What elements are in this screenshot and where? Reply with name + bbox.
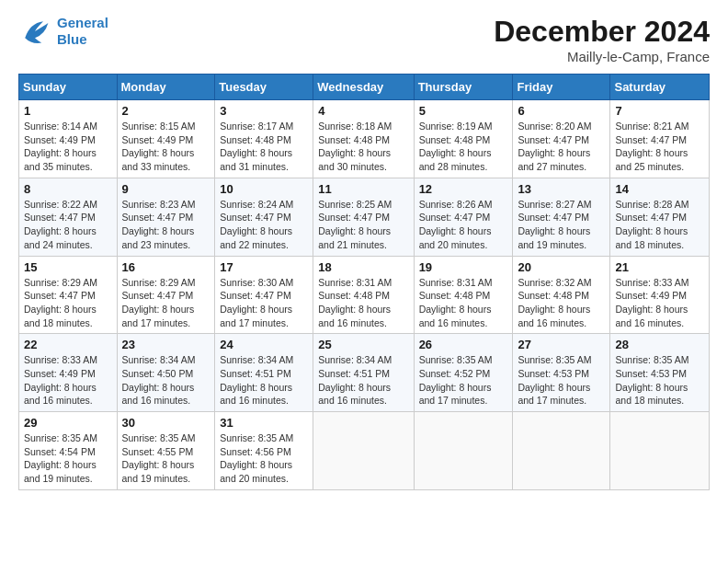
day-cell: 3Sunrise: 8:17 AMSunset: 4:48 PMDaylight… — [215, 100, 313, 178]
title-block: December 2024 Mailly-le-Camp, France — [494, 15, 710, 64]
day-number: 10 — [220, 182, 308, 196]
day-number: 27 — [518, 338, 605, 351]
day-info: Sunrise: 8:19 AMSunset: 4:48 PMDaylight:… — [419, 120, 508, 174]
day-info: Sunrise: 8:14 AMSunset: 4:49 PMDaylight:… — [24, 120, 112, 174]
day-cell: 16Sunrise: 8:29 AMSunset: 4:47 PMDayligh… — [117, 256, 215, 334]
main-title: December 2024 — [494, 15, 710, 49]
day-info: Sunrise: 8:35 AMSunset: 4:52 PMDaylight:… — [419, 353, 508, 408]
day-info: Sunrise: 8:33 AMSunset: 4:49 PMDaylight:… — [24, 353, 112, 408]
day-number: 1 — [24, 104, 112, 118]
day-number: 22 — [24, 338, 112, 351]
day-info: Sunrise: 8:28 AMSunset: 4:47 PMDaylight:… — [615, 198, 704, 252]
day-info: Sunrise: 8:27 AMSunset: 4:47 PMDaylight:… — [518, 198, 605, 252]
day-cell: 31Sunrise: 8:35 AMSunset: 4:56 PMDayligh… — [215, 412, 313, 490]
day-info: Sunrise: 8:35 AMSunset: 4:54 PMDaylight:… — [24, 431, 112, 486]
calendar-col-tuesday: Tuesday — [215, 75, 313, 100]
calendar-week-row: 29Sunrise: 8:35 AMSunset: 4:54 PMDayligh… — [19, 412, 710, 490]
day-info: Sunrise: 8:22 AMSunset: 4:47 PMDaylight:… — [24, 198, 112, 252]
day-number: 4 — [318, 104, 408, 118]
day-info: Sunrise: 8:26 AMSunset: 4:47 PMDaylight:… — [419, 198, 508, 252]
day-cell: 24Sunrise: 8:34 AMSunset: 4:51 PMDayligh… — [215, 334, 313, 412]
day-info: Sunrise: 8:33 AMSunset: 4:49 PMDaylight:… — [615, 276, 704, 330]
day-cell: 29Sunrise: 8:35 AMSunset: 4:54 PMDayligh… — [19, 412, 118, 490]
day-cell: 18Sunrise: 8:31 AMSunset: 4:48 PMDayligh… — [313, 256, 414, 334]
calendar-week-row: 15Sunrise: 8:29 AMSunset: 4:47 PMDayligh… — [19, 256, 710, 334]
day-cell: 4Sunrise: 8:18 AMSunset: 4:48 PMDaylight… — [313, 100, 414, 178]
day-cell: 17Sunrise: 8:30 AMSunset: 4:47 PMDayligh… — [215, 256, 313, 334]
day-info: Sunrise: 8:18 AMSunset: 4:48 PMDaylight:… — [318, 120, 408, 174]
day-number: 3 — [220, 104, 308, 118]
day-info: Sunrise: 8:35 AMSunset: 4:53 PMDaylight:… — [518, 353, 605, 408]
empty-day-cell — [513, 412, 610, 490]
day-number: 18 — [318, 260, 408, 274]
calendar-week-row: 8Sunrise: 8:22 AMSunset: 4:47 PMDaylight… — [19, 178, 710, 256]
day-number: 5 — [419, 104, 508, 118]
day-cell: 20Sunrise: 8:32 AMSunset: 4:48 PMDayligh… — [513, 256, 610, 334]
day-cell: 30Sunrise: 8:35 AMSunset: 4:55 PMDayligh… — [117, 412, 215, 490]
day-cell: 1Sunrise: 8:14 AMSunset: 4:49 PMDaylight… — [19, 100, 118, 178]
day-cell: 25Sunrise: 8:34 AMSunset: 4:51 PMDayligh… — [313, 334, 414, 412]
day-info: Sunrise: 8:34 AMSunset: 4:50 PMDaylight:… — [122, 353, 210, 408]
day-number: 11 — [318, 182, 408, 196]
day-number: 19 — [419, 260, 508, 274]
day-cell: 8Sunrise: 8:22 AMSunset: 4:47 PMDaylight… — [19, 178, 118, 256]
calendar-week-row: 22Sunrise: 8:33 AMSunset: 4:49 PMDayligh… — [19, 334, 710, 412]
day-number: 25 — [318, 338, 408, 351]
day-info: Sunrise: 8:17 AMSunset: 4:48 PMDaylight:… — [220, 120, 308, 174]
day-number: 16 — [122, 260, 210, 274]
empty-day-cell — [610, 412, 710, 490]
day-number: 17 — [220, 260, 308, 274]
logo-icon — [18, 15, 51, 48]
day-cell: 9Sunrise: 8:23 AMSunset: 4:47 PMDaylight… — [117, 178, 215, 256]
day-info: Sunrise: 8:29 AMSunset: 4:47 PMDaylight:… — [122, 276, 210, 330]
day-number: 9 — [122, 182, 210, 196]
day-number: 12 — [419, 182, 508, 196]
day-number: 13 — [518, 182, 605, 196]
day-info: Sunrise: 8:24 AMSunset: 4:47 PMDaylight:… — [220, 198, 308, 252]
day-info: Sunrise: 8:35 AMSunset: 4:56 PMDaylight:… — [220, 431, 308, 486]
day-cell: 14Sunrise: 8:28 AMSunset: 4:47 PMDayligh… — [610, 178, 710, 256]
calendar-col-sunday: Sunday — [19, 75, 118, 100]
day-number: 26 — [419, 338, 508, 351]
calendar-week-row: 1Sunrise: 8:14 AMSunset: 4:49 PMDaylight… — [19, 100, 710, 178]
day-number: 6 — [518, 104, 605, 118]
day-cell: 22Sunrise: 8:33 AMSunset: 4:49 PMDayligh… — [19, 334, 118, 412]
calendar-col-monday: Monday — [117, 75, 215, 100]
day-number: 23 — [122, 338, 210, 351]
calendar-col-thursday: Thursday — [414, 75, 513, 100]
day-info: Sunrise: 8:20 AMSunset: 4:47 PMDaylight:… — [518, 120, 605, 174]
day-info: Sunrise: 8:32 AMSunset: 4:48 PMDaylight:… — [518, 276, 605, 330]
day-info: Sunrise: 8:21 AMSunset: 4:47 PMDaylight:… — [615, 120, 704, 174]
day-number: 2 — [122, 104, 210, 118]
empty-day-cell — [313, 412, 414, 490]
day-cell: 19Sunrise: 8:31 AMSunset: 4:48 PMDayligh… — [414, 256, 513, 334]
day-cell: 2Sunrise: 8:15 AMSunset: 4:49 PMDaylight… — [117, 100, 215, 178]
calendar-col-saturday: Saturday — [610, 75, 710, 100]
logo: General Blue — [18, 15, 108, 48]
day-number: 28 — [615, 338, 704, 351]
day-info: Sunrise: 8:30 AMSunset: 4:47 PMDaylight:… — [220, 276, 308, 330]
day-info: Sunrise: 8:29 AMSunset: 4:47 PMDaylight:… — [24, 276, 112, 330]
empty-day-cell — [414, 412, 513, 490]
day-cell: 6Sunrise: 8:20 AMSunset: 4:47 PMDaylight… — [513, 100, 610, 178]
day-number: 29 — [24, 416, 112, 430]
day-cell: 15Sunrise: 8:29 AMSunset: 4:47 PMDayligh… — [19, 256, 118, 334]
day-number: 15 — [24, 260, 112, 274]
calendar-header-row: SundayMondayTuesdayWednesdayThursdayFrid… — [19, 75, 710, 100]
day-number: 7 — [615, 104, 704, 118]
calendar-table: SundayMondayTuesdayWednesdayThursdayFrid… — [18, 74, 710, 490]
day-cell: 5Sunrise: 8:19 AMSunset: 4:48 PMDaylight… — [414, 100, 513, 178]
day-number: 20 — [518, 260, 605, 274]
logo-text: General Blue — [57, 15, 108, 48]
day-number: 21 — [615, 260, 704, 274]
day-info: Sunrise: 8:34 AMSunset: 4:51 PMDaylight:… — [220, 353, 308, 408]
day-cell: 28Sunrise: 8:35 AMSunset: 4:53 PMDayligh… — [610, 334, 710, 412]
day-info: Sunrise: 8:31 AMSunset: 4:48 PMDaylight:… — [318, 276, 408, 330]
day-info: Sunrise: 8:34 AMSunset: 4:51 PMDaylight:… — [318, 353, 408, 408]
day-number: 31 — [220, 416, 308, 430]
day-cell: 26Sunrise: 8:35 AMSunset: 4:52 PMDayligh… — [414, 334, 513, 412]
day-info: Sunrise: 8:25 AMSunset: 4:47 PMDaylight:… — [318, 198, 408, 252]
day-number: 14 — [615, 182, 704, 196]
day-info: Sunrise: 8:35 AMSunset: 4:53 PMDaylight:… — [615, 353, 704, 408]
day-cell: 21Sunrise: 8:33 AMSunset: 4:49 PMDayligh… — [610, 256, 710, 334]
